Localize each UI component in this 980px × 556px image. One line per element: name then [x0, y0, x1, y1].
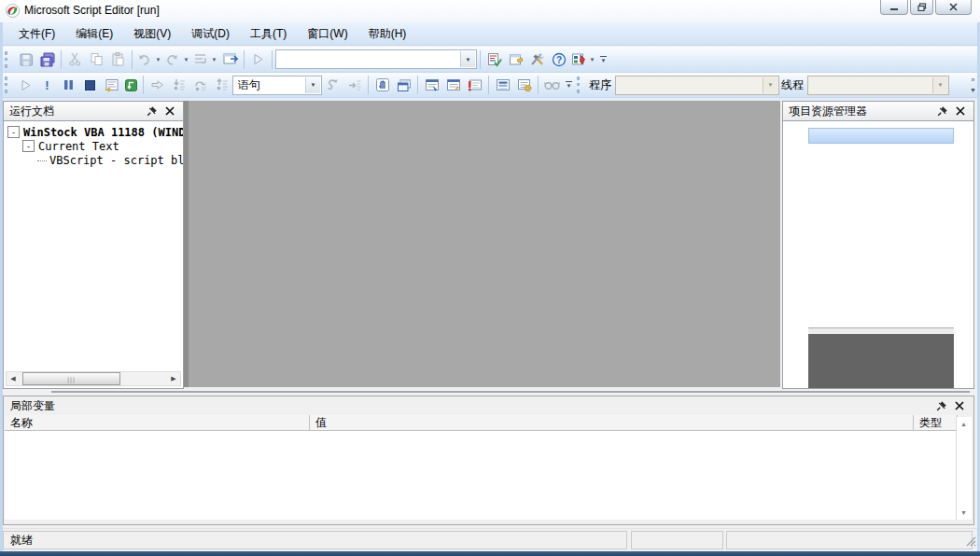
toolbox-button[interactable] [526, 49, 548, 70]
pause-icon [63, 79, 74, 90]
step-into-button[interactable] [168, 75, 189, 95]
breakpoints-window-button[interactable] [371, 75, 393, 95]
toolbar-grip[interactable] [577, 76, 584, 93]
scroll-up-icon[interactable]: ▲ [957, 417, 971, 431]
menu-debug[interactable]: 调试(D) [181, 23, 240, 45]
menu-view[interactable]: 视图(V) [123, 23, 181, 45]
break-all-button[interactable]: ! [36, 75, 58, 95]
redo-button[interactable] [163, 49, 181, 70]
locals-window-button[interactable] [442, 75, 464, 95]
copy-button[interactable] [86, 49, 107, 70]
running-documents-title: 运行文档 [9, 104, 54, 119]
save-button[interactable] [15, 49, 36, 70]
pin-button[interactable] [935, 104, 950, 118]
scroll-right-icon[interactable]: ▶ [167, 372, 180, 385]
pin-button[interactable] [934, 399, 949, 412]
menu-tools[interactable]: 工具(T) [240, 23, 297, 45]
menu-help[interactable]: 帮助(H) [358, 23, 417, 45]
step-next-button[interactable] [147, 75, 168, 95]
commands-button[interactable] [569, 49, 587, 70]
close-icon [956, 106, 965, 116]
combo-dropdown-icon[interactable]: ▼ [460, 51, 475, 67]
script-wizard-button[interactable] [483, 49, 505, 70]
undo-button[interactable] [135, 49, 153, 70]
disassembly-icon [544, 79, 560, 90]
call-stack-window-button[interactable] [492, 75, 513, 95]
toolbar-grip[interactable] [5, 51, 12, 68]
restart-icon [327, 78, 339, 91]
cut-button[interactable] [64, 49, 86, 70]
program-combobox: ▼ [615, 76, 779, 95]
project-selection-bar[interactable] [808, 128, 954, 144]
menu-window[interactable]: 窗口(W) [297, 23, 357, 45]
pause-button[interactable] [58, 75, 79, 95]
resize-grip[interactable] [965, 535, 977, 551]
pin-button[interactable] [145, 104, 160, 118]
statement-combobox[interactable]: 语句 ▼ [232, 76, 322, 95]
collapse-icon[interactable]: - [22, 140, 35, 152]
title-bar[interactable]: Microsoft Script Editor [run] [0, 0, 980, 22]
combo-dropdown-icon[interactable]: ▼ [305, 77, 320, 93]
autos-window-button[interactable] [421, 75, 442, 95]
minimize-button[interactable] [880, 0, 908, 15]
scroll-down-icon[interactable]: ▼ [957, 506, 971, 520]
close-panel-button[interactable] [162, 104, 177, 118]
commands-dropdown[interactable]: ▼ [587, 49, 597, 70]
save-all-button[interactable] [36, 49, 58, 70]
step-unit-button[interactable] [343, 75, 365, 95]
paste-button[interactable] [107, 49, 129, 70]
redo-icon [165, 53, 179, 66]
tree-item-current-text[interactable]: - Current Text [4, 139, 183, 153]
apply-code-changes-button[interactable] [122, 75, 140, 95]
scroll-left-icon[interactable]: ◀ [7, 372, 20, 385]
start-icon [253, 53, 264, 65]
undo-dropdown[interactable]: ▼ [153, 49, 163, 70]
running-documents-titlebar[interactable]: 运行文档 [3, 101, 184, 121]
window-title: Microsoft Script Editor [run] [24, 4, 160, 17]
script-wizard-icon [487, 52, 502, 67]
start-button[interactable] [247, 49, 269, 70]
script-editor-window: Microsoft Script Editor [run] 文件(F) 编辑(E… [0, 0, 980, 556]
menu-file[interactable]: 文件(F) [8, 23, 65, 45]
step-unit-icon [348, 79, 361, 91]
restart-button[interactable] [322, 75, 343, 95]
stop-button[interactable] [79, 75, 101, 95]
continue-button[interactable] [15, 75, 36, 95]
close-panel-button[interactable] [952, 399, 967, 412]
toolbar-grip[interactable] [5, 76, 12, 93]
horizontal-scrollbar[interactable]: ◀ ||| ▶ [6, 371, 181, 386]
step-out-button[interactable] [211, 75, 232, 95]
step-over-button[interactable] [189, 75, 211, 95]
tree-item-vbscript[interactable]: VBScript - script bloc [4, 153, 183, 167]
help-button[interactable]: ? [548, 49, 569, 70]
navigate-button[interactable] [191, 49, 209, 70]
view-in-browser-button[interactable] [219, 49, 241, 70]
restore-button[interactable] [910, 0, 933, 15]
apply-code-changes-icon [125, 79, 137, 91]
toolbar-options-button[interactable]: ▼ [597, 49, 609, 70]
redo-dropdown[interactable]: ▼ [181, 49, 191, 70]
locals-window-icon [446, 78, 461, 92]
property-pages-button[interactable] [505, 49, 526, 70]
find-combobox[interactable]: ▼ [275, 49, 477, 69]
toolbar-separator [538, 76, 539, 94]
vertical-scrollbar[interactable]: ▲ ▼ [956, 417, 972, 520]
collapse-icon[interactable]: - [7, 126, 20, 138]
locals-grid-body [5, 431, 958, 520]
show-next-statement-button[interactable] [101, 75, 122, 95]
close-panel-button[interactable] [953, 104, 968, 118]
locals-titlebar[interactable]: 局部变量 [5, 396, 973, 415]
windows-button[interactable] [393, 75, 414, 95]
toolbar-options-button[interactable]: ▼ [563, 75, 575, 95]
scrollbar-thumb[interactable]: ||| [22, 372, 120, 385]
tree-item-winstock[interactable]: - WinStock VBA 11188 (WIND [4, 125, 183, 139]
menu-edit[interactable]: 编辑(E) [65, 23, 123, 45]
navigate-dropdown[interactable]: ▼ [209, 49, 219, 70]
disassembly-button[interactable] [541, 75, 563, 95]
breakpoints-window-icon [375, 77, 390, 92]
close-button[interactable] [935, 0, 972, 15]
horizontal-splitter[interactable] [3, 389, 977, 396]
threads-window-button[interactable] [513, 75, 535, 95]
project-explorer-titlebar[interactable]: 项目资源管理器 [782, 101, 974, 121]
immediate-window-button[interactable] [464, 75, 485, 95]
